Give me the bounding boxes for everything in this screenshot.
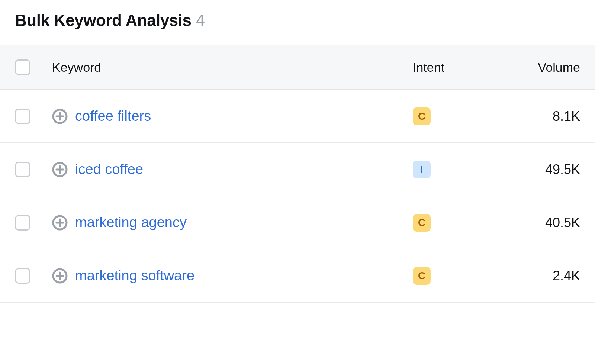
row-checkbox[interactable] bbox=[15, 109, 30, 124]
volume-value: 2.4K bbox=[495, 268, 580, 284]
intent-badge: C bbox=[413, 267, 431, 285]
expand-icon[interactable] bbox=[52, 162, 68, 177]
table-header: Keyword Intent Volume bbox=[0, 45, 595, 90]
page-title: Bulk Keyword Analysis bbox=[15, 11, 191, 30]
keyword-link[interactable]: coffee filters bbox=[75, 108, 151, 124]
column-header-intent[interactable]: Intent bbox=[413, 60, 495, 75]
table-row: marketing software C 2.4K bbox=[0, 249, 595, 303]
expand-icon[interactable] bbox=[52, 268, 68, 284]
volume-value: 49.5K bbox=[495, 162, 580, 177]
intent-badge: C bbox=[413, 214, 431, 232]
result-count: 4 bbox=[196, 11, 205, 30]
intent-badge: I bbox=[413, 161, 431, 178]
keyword-link[interactable]: marketing software bbox=[75, 268, 194, 284]
volume-value: 8.1K bbox=[495, 109, 580, 124]
table-row: coffee filters C 8.1K bbox=[0, 90, 595, 143]
table-row: marketing agency C 40.5K bbox=[0, 196, 595, 249]
row-checkbox[interactable] bbox=[15, 268, 30, 284]
expand-icon[interactable] bbox=[52, 215, 68, 231]
column-header-volume[interactable]: Volume bbox=[495, 60, 580, 75]
keyword-link[interactable]: iced coffee bbox=[75, 161, 143, 177]
title-bar: Bulk Keyword Analysis 4 bbox=[0, 0, 595, 45]
expand-icon[interactable] bbox=[52, 109, 68, 124]
intent-badge: C bbox=[413, 107, 431, 125]
column-header-keyword[interactable]: Keyword bbox=[52, 60, 413, 75]
keyword-link[interactable]: marketing agency bbox=[75, 215, 187, 231]
select-all-checkbox[interactable] bbox=[15, 59, 30, 75]
row-checkbox[interactable] bbox=[15, 215, 30, 231]
row-checkbox[interactable] bbox=[15, 162, 30, 177]
volume-value: 40.5K bbox=[495, 215, 580, 231]
table-row: iced coffee I 49.5K bbox=[0, 143, 595, 196]
